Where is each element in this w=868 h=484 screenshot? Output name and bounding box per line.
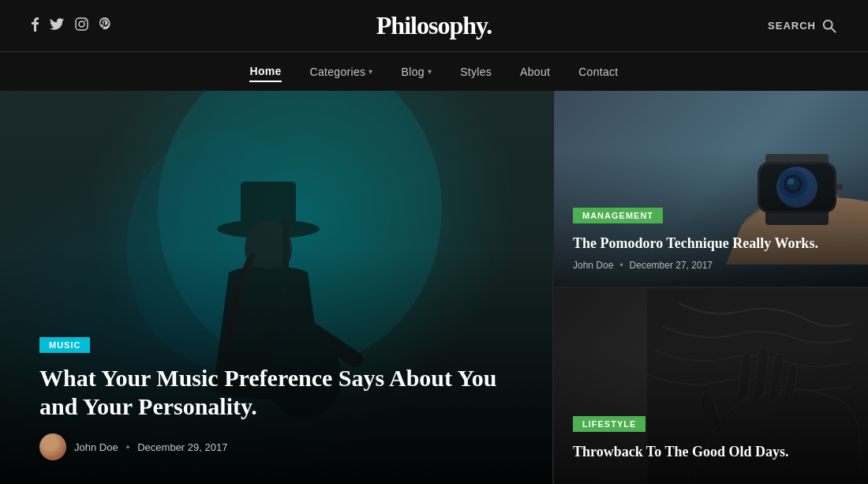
article-2-title: Throwback To The Good Old Days. xyxy=(573,443,849,461)
svg-line-4 xyxy=(832,28,836,32)
article-2-content: LIFESTYLE Throwback To The Good Old Days… xyxy=(573,416,849,469)
search-label: SEARCH xyxy=(768,20,816,32)
article-2-category-badge[interactable]: LIFESTYLE xyxy=(573,416,645,432)
nav-item-blog[interactable]: Blog ▾ xyxy=(402,62,432,81)
pinterest-icon[interactable] xyxy=(99,17,110,35)
main-nav: Home Categories ▾ Blog ▾ Styles About Co… xyxy=(0,51,868,91)
nav-item-about[interactable]: About xyxy=(520,62,550,81)
hero-title: What Your Music Preference Says About Yo… xyxy=(39,364,513,421)
twitter-icon[interactable] xyxy=(50,18,64,33)
separator: • xyxy=(619,260,623,271)
search-icon xyxy=(822,19,836,33)
site-header: Philosophy. SEARCH xyxy=(0,0,868,51)
article-1-author: John Doe xyxy=(573,260,613,271)
svg-point-1 xyxy=(79,21,84,27)
chevron-down-icon: ▾ xyxy=(369,67,372,76)
article-1-category-badge[interactable]: MANAGEMENT xyxy=(573,208,663,223)
avatar xyxy=(39,433,66,460)
sidebar-article-2[interactable]: LIFESTYLE Throwback To The Good Old Days… xyxy=(552,287,868,484)
nav-item-contact[interactable]: Contact xyxy=(578,62,618,81)
separator: • xyxy=(126,441,130,453)
site-logo[interactable]: Philosophy. xyxy=(376,11,492,40)
svg-point-3 xyxy=(824,20,832,28)
nav-item-categories[interactable]: Categories ▾ xyxy=(310,62,373,81)
hero-date: December 29, 2017 xyxy=(137,441,227,453)
article-1-meta: John Doe • December 27, 2017 xyxy=(573,260,849,271)
facebook-icon[interactable] xyxy=(32,17,39,35)
content-area: MUSIC What Your Music Preference Says Ab… xyxy=(0,91,868,484)
article-1-date: December 27, 2017 xyxy=(630,260,713,271)
chevron-down-icon: ▾ xyxy=(428,67,432,76)
instagram-icon[interactable] xyxy=(75,17,88,34)
article-1-title: The Pomodoro Technique Really Works. xyxy=(573,234,849,253)
sidebar-articles: MANAGEMENT The Pomodoro Technique Really… xyxy=(552,91,868,484)
svg-rect-0 xyxy=(76,18,88,30)
sidebar-article-1[interactable]: MANAGEMENT The Pomodoro Technique Really… xyxy=(552,91,868,287)
article-1-content: MANAGEMENT The Pomodoro Technique Really… xyxy=(573,208,849,272)
nav-item-home[interactable]: Home xyxy=(249,62,281,82)
hero-category-badge[interactable]: MUSIC xyxy=(39,337,90,353)
nav-item-styles[interactable]: Styles xyxy=(460,62,492,81)
search-area[interactable]: SEARCH xyxy=(768,19,836,33)
hero-content: MUSIC What Your Music Preference Says Ab… xyxy=(39,337,513,460)
svg-point-2 xyxy=(84,20,86,21)
hero-meta: John Doe • December 29, 2017 xyxy=(39,433,513,460)
social-icons-group xyxy=(32,17,110,35)
hero-article[interactable]: MUSIC What Your Music Preference Says Ab… xyxy=(0,91,552,484)
hero-author: John Doe xyxy=(74,441,118,453)
